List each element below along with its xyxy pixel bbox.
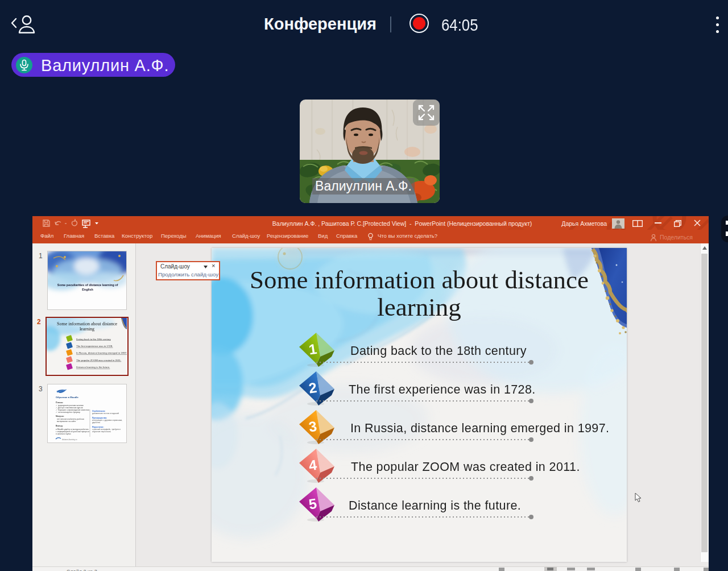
svg-text:Минусы:: Минусы: — [56, 415, 64, 417]
svg-text:English: English — [82, 288, 93, 291]
svg-text:In Russia, distance learning e: In Russia, distance learning emerged in … — [76, 351, 127, 354]
svg-text:Вывод:: Вывод: — [56, 425, 63, 427]
svg-text:The popular ZOOM was created i: The popular ZOOM was created in 2011. — [76, 359, 121, 362]
svg-text:Some peculiarities of distance: Some peculiarities of distance learning … — [57, 283, 118, 287]
svg-text:Distance learning is the futur: Distance learning is the future. — [76, 366, 110, 369]
svg-text:добавление тестов и заданий: добавление тестов и заданий — [92, 412, 119, 415]
svg-text:learning: learning — [80, 326, 94, 332]
svg-text:Плюсы:: Плюсы: — [56, 402, 63, 404]
svg-text:удобство: удобство — [92, 421, 100, 424]
svg-text:The first experience was in 17: The first experience was in 1728. — [76, 345, 113, 347]
svg-text:Some information about distanc: Some information about distance — [57, 321, 117, 326]
svg-text:материалов на сайте: материалов на сайте — [57, 420, 76, 423]
svg-text:в школах и вузах: в школах и вузах — [56, 433, 71, 435]
svg-text:distance-learning.ru: distance-learning.ru — [62, 438, 77, 441]
svg-text:✓ не используется браузер: ✓ не используется браузер — [56, 411, 80, 413]
svg-text:обучение персонала: обучение персонала — [92, 431, 111, 433]
svg-text:Обучение в Moodle: Обучение в Moodle — [56, 396, 79, 399]
svg-text:Dating back to the 18th centur: Dating back to the 18th century — [76, 338, 111, 341]
